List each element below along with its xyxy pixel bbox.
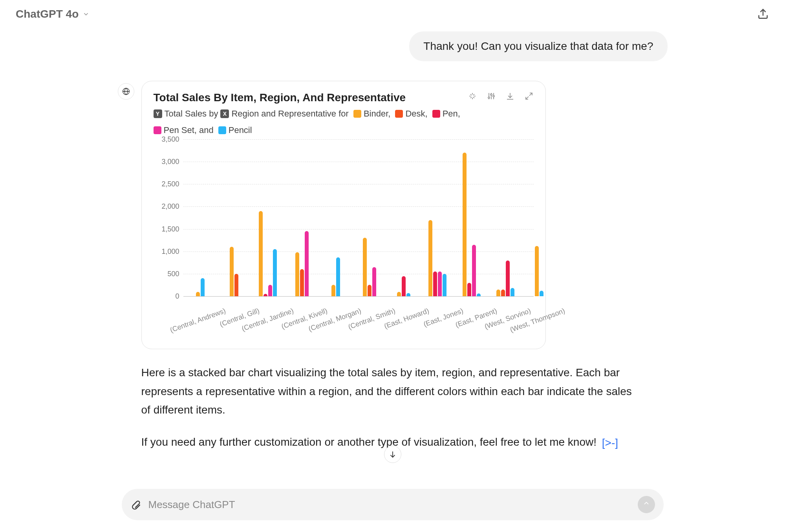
bar-penset bbox=[438, 271, 442, 296]
bar-penset bbox=[305, 231, 309, 296]
bar-penset bbox=[372, 267, 376, 296]
bar-binder bbox=[295, 252, 299, 296]
bar-pencil bbox=[336, 257, 340, 296]
y-tick: 2,000 bbox=[161, 202, 179, 211]
arrow-down-icon bbox=[388, 450, 397, 459]
chart-plot-area: 05001,0001,5002,0002,5003,0003,500 bbox=[154, 139, 534, 296]
bar-binder bbox=[196, 292, 200, 296]
y-tick: 0 bbox=[175, 292, 179, 301]
bar-pen bbox=[402, 276, 406, 296]
bar-group bbox=[253, 211, 283, 296]
bar-pencil bbox=[477, 293, 481, 296]
bar-binder bbox=[463, 153, 467, 296]
legend-item: Desk, bbox=[405, 109, 427, 119]
bar-desk bbox=[300, 269, 304, 296]
x-axis-tag: X bbox=[220, 109, 229, 118]
y-tick: 3,500 bbox=[161, 135, 179, 144]
bar-penset bbox=[268, 285, 272, 296]
send-button[interactable] bbox=[638, 496, 655, 513]
swatch-pencil bbox=[218, 126, 226, 134]
model-selector[interactable]: ChatGPT 4o bbox=[16, 8, 90, 20]
svg-point-1 bbox=[488, 97, 490, 98]
attachment-icon[interactable] bbox=[130, 499, 141, 510]
arrow-up-icon bbox=[642, 501, 650, 508]
bar-binder bbox=[535, 246, 539, 296]
y-tick: 1,500 bbox=[161, 225, 179, 233]
swatch-binder bbox=[353, 110, 361, 118]
assistant-paragraph: Here is a stacked bar chart visualizing … bbox=[141, 363, 644, 419]
swatch-penset bbox=[154, 126, 161, 134]
expand-icon[interactable] bbox=[524, 91, 534, 101]
adjust-icon[interactable] bbox=[487, 91, 496, 101]
bar-binder bbox=[259, 211, 263, 296]
legend-item: Pen, bbox=[443, 109, 460, 119]
bar-binder bbox=[496, 290, 500, 296]
chart-title: Total Sales By Item, Region, And Represe… bbox=[154, 91, 406, 104]
assistant-response: Here is a stacked bar chart visualizing … bbox=[141, 363, 644, 452]
bar-pencil bbox=[443, 274, 446, 296]
bar-group bbox=[490, 261, 521, 296]
chart-legend: Y Total Sales by X Region and Representa… bbox=[154, 109, 534, 135]
bar-group bbox=[320, 257, 351, 296]
bar-penset bbox=[472, 245, 476, 296]
y-axis-tag: Y bbox=[154, 109, 162, 118]
user-message: Thank you! Can you visualize that data f… bbox=[409, 31, 667, 61]
y-tick: 3,000 bbox=[161, 158, 179, 166]
bar-group bbox=[456, 153, 487, 296]
swatch-desk bbox=[395, 110, 403, 118]
svg-line-5 bbox=[526, 97, 529, 99]
scroll-to-bottom-button[interactable] bbox=[384, 446, 401, 463]
share-button[interactable] bbox=[757, 8, 769, 20]
openai-logo-icon bbox=[122, 87, 130, 96]
chevron-down-icon bbox=[82, 11, 90, 18]
message-composer bbox=[122, 489, 664, 520]
bar-group bbox=[388, 276, 419, 296]
y-tick: 2,500 bbox=[161, 180, 179, 188]
bar-binder bbox=[331, 285, 335, 296]
bar-desk bbox=[234, 274, 238, 296]
model-name: ChatGPT 4o bbox=[16, 8, 79, 20]
bar-pen bbox=[467, 283, 471, 296]
svg-line-4 bbox=[529, 93, 532, 96]
legend-item: Pencil bbox=[229, 125, 252, 135]
svg-point-2 bbox=[490, 94, 492, 95]
download-icon[interactable] bbox=[505, 91, 515, 101]
legend-text: Region and Representative for bbox=[231, 109, 348, 119]
bar-group bbox=[185, 278, 216, 296]
bar-group bbox=[219, 247, 249, 296]
bar-binder bbox=[428, 220, 432, 296]
bar-desk bbox=[501, 290, 505, 296]
legend-item: Pen Set, and bbox=[164, 125, 214, 135]
bar-binder bbox=[230, 247, 234, 296]
bar-binder bbox=[397, 292, 401, 296]
bar-pen bbox=[433, 271, 437, 296]
legend-text: Total Sales by bbox=[165, 109, 218, 119]
bar-pencil bbox=[540, 291, 543, 296]
sparkle-icon[interactable] bbox=[468, 91, 477, 101]
code-reference-icon[interactable]: [>-] bbox=[602, 434, 618, 452]
bar-binder bbox=[363, 238, 367, 296]
bar-pencil bbox=[201, 278, 205, 296]
assistant-avatar bbox=[118, 83, 134, 100]
bar-group bbox=[354, 238, 385, 296]
bar-pencil bbox=[273, 249, 277, 296]
bar-pencil bbox=[406, 293, 410, 296]
bar-pen bbox=[506, 261, 510, 296]
bar-pen bbox=[263, 294, 267, 296]
swatch-pen bbox=[432, 110, 440, 118]
y-tick: 1,000 bbox=[161, 247, 179, 255]
chart-card: Total Sales By Item, Region, And Represe… bbox=[141, 81, 546, 349]
message-input[interactable] bbox=[148, 499, 631, 511]
bar-desk bbox=[368, 285, 371, 296]
legend-item: Binder, bbox=[364, 109, 391, 119]
bar-pencil bbox=[511, 288, 514, 296]
bar-group bbox=[422, 220, 453, 296]
bar-group bbox=[524, 246, 554, 296]
bar-group bbox=[287, 231, 317, 296]
share-icon bbox=[757, 8, 769, 20]
y-tick: 500 bbox=[167, 270, 179, 278]
svg-point-3 bbox=[493, 95, 494, 97]
